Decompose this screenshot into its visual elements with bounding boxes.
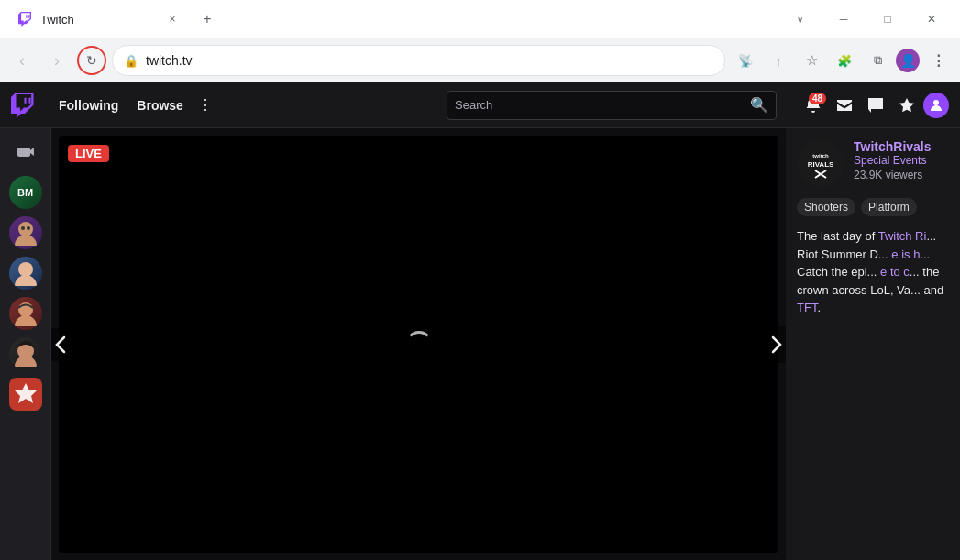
tab-close-button[interactable]: × (165, 12, 180, 27)
browser-profile-icon[interactable]: 👤 (896, 49, 920, 72)
chevron-left-icon (55, 335, 66, 354)
sidebar-item-avatar2[interactable] (9, 216, 42, 249)
sidebar: BM (0, 128, 51, 560)
twitch-logo-icon[interactable] (11, 93, 37, 118)
channel-tags: Shooters Platform (797, 198, 949, 216)
loading-spinner (405, 331, 433, 358)
sidebar-item-avatar5[interactable] (9, 337, 42, 370)
extensions-icon[interactable]: 🧩 (830, 46, 859, 75)
chevron-right-icon (771, 335, 782, 354)
chat-icon (866, 96, 885, 115)
channel-avatar-icon: twitch RIVALS (797, 139, 844, 187)
svg-text:twitch: twitch (812, 153, 829, 159)
browse-nav-link[interactable]: Browse (129, 94, 191, 116)
cast-icon[interactable]: 📡 (731, 46, 760, 75)
stream-description: The last day of Twitch Ri... Riot Summer… (797, 227, 949, 317)
user-avatar-header[interactable] (923, 93, 949, 118)
tag-platform[interactable]: Platform (861, 198, 917, 216)
desc-link-2[interactable]: e is h (891, 247, 920, 261)
following-nav-link[interactable]: Following (51, 94, 126, 116)
svg-point-4 (27, 226, 30, 230)
desc-link-1[interactable]: Twitch Ri (878, 229, 927, 243)
browser-tab[interactable]: Twitch × (7, 4, 191, 35)
chat-button[interactable] (861, 91, 890, 120)
tab-title: Twitch (40, 13, 158, 27)
header-icons: 48 (799, 91, 949, 120)
header-more-button[interactable]: ⋮ (194, 93, 216, 117)
channel-header: twitch RIVALS TwitchRivals Special Event… (797, 139, 949, 187)
toolbar-actions: 📡 ↑ ☆ 🧩 ⧉ 👤 ⋮ (731, 46, 953, 75)
prime-button[interactable] (892, 91, 921, 120)
notifications-button[interactable]: 48 (799, 91, 828, 120)
svg-point-5 (18, 262, 33, 277)
tab-favicon-icon (18, 12, 33, 27)
url-text: twitch.tv (146, 53, 713, 68)
bookmark-icon[interactable]: ☆ (797, 46, 826, 75)
sidebar-item-avatar4[interactable] (9, 297, 42, 330)
sidebar-camera-icon[interactable] (9, 136, 42, 169)
svg-text:RIVALS: RIVALS (808, 160, 834, 169)
avatar4-icon (9, 297, 42, 330)
avatar6-icon (9, 378, 42, 411)
svg-point-0 (933, 100, 939, 105)
channel-avatar[interactable]: twitch RIVALS (797, 139, 844, 187)
window-maximize-button[interactable]: □ (866, 5, 909, 33)
channel-category[interactable]: Special Events (854, 154, 949, 167)
reload-button[interactable]: ↻ (77, 46, 106, 75)
search-input[interactable] (455, 98, 745, 112)
inbox-button[interactable] (830, 91, 859, 120)
desc-link-3[interactable]: e to c (880, 265, 910, 279)
twitch-main: BM (0, 128, 960, 560)
avatar5-icon (9, 337, 42, 370)
browser-menu-icon[interactable]: ⋮ (923, 46, 953, 75)
address-bar[interactable]: 🔒 twitch.tv (112, 45, 725, 76)
new-tab-button[interactable]: + (194, 6, 220, 32)
search-bar: 🔍 (447, 91, 777, 120)
prime-icon (898, 96, 916, 115)
svg-point-3 (21, 226, 25, 230)
live-badge: LIVE (68, 145, 109, 162)
desc-link-tft[interactable]: TFT (797, 301, 817, 314)
lock-icon: 🔒 (124, 54, 138, 68)
browser-toolbar: ‹ › ↻ 🔒 twitch.tv 📡 ↑ ☆ 🧩 ⧉ 👤 ⋮ (0, 38, 960, 82)
content-area: LIVE twitch (51, 128, 960, 560)
window-close-button[interactable]: ✕ (910, 5, 953, 33)
split-view-icon[interactable]: ⧉ (863, 46, 892, 75)
viewer-count: 23.9K viewers (854, 169, 949, 181)
camera-icon (17, 143, 35, 161)
svg-rect-1 (17, 148, 30, 157)
search-icon[interactable]: 🔍 (750, 96, 768, 114)
twitch-app: Following Browse ⋮ 🔍 48 (0, 82, 960, 560)
video-player[interactable]: LIVE (59, 136, 778, 553)
user-icon (929, 98, 943, 113)
sidebar-item-avatar1[interactable]: BM (9, 176, 42, 209)
notification-count: 48 (809, 93, 826, 104)
video-section: LIVE (51, 128, 786, 560)
svg-point-2 (18, 222, 33, 236)
forward-button[interactable]: › (42, 46, 72, 75)
browser-chrome: Twitch × + ∨ ─ □ ✕ ‹ › ↻ 🔒 twitch.tv 📡 ↑… (0, 0, 960, 82)
window-chevron-button[interactable]: ∨ (778, 5, 821, 33)
nav-prev-button[interactable] (51, 328, 70, 361)
window-minimize-button[interactable]: ─ (822, 5, 865, 33)
twitch-header: Following Browse ⋮ 🔍 48 (0, 82, 960, 128)
nav-next-button[interactable] (767, 326, 786, 363)
share-icon[interactable]: ↑ (764, 46, 793, 75)
inbox-icon (835, 96, 854, 115)
channel-info: TwitchRivals Special Events 23.9K viewer… (854, 139, 949, 181)
tag-shooters[interactable]: Shooters (797, 198, 855, 216)
sidebar-item-avatar6[interactable] (9, 378, 42, 411)
header-nav: Following Browse ⋮ (51, 93, 216, 117)
back-button[interactable]: ‹ (7, 46, 37, 75)
avatar2-icon (9, 216, 42, 249)
search-input-wrap[interactable]: 🔍 (447, 91, 777, 120)
avatar3-icon (9, 257, 42, 290)
window-controls: ∨ ─ □ ✕ (778, 0, 960, 38)
sidebar-item-avatar3[interactable] (9, 257, 42, 290)
channel-name[interactable]: TwitchRivals (854, 139, 949, 154)
channel-panel: twitch RIVALS TwitchRivals Special Event… (786, 128, 960, 560)
